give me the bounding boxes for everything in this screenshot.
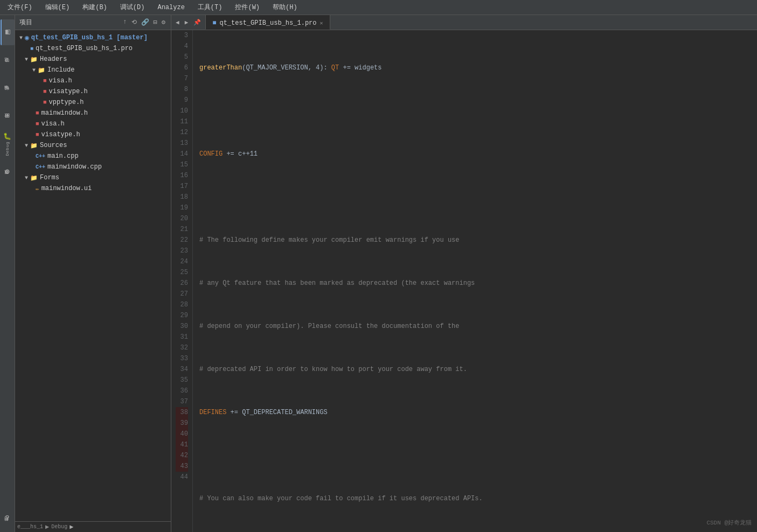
tree-label-vpptype-h: vpptype.h — [49, 99, 84, 106]
tree-label-root: qt_test_GPIB_usb_hs_1 [master] — [31, 34, 148, 41]
sidebar-item-edit[interactable]: ✎ 编辑 — [1, 75, 15, 101]
sidebar-item-debug[interactable]: 🐛 Debug — [1, 131, 15, 157]
tree-item-visatype-h2[interactable]: ■ visatype.h — [15, 129, 171, 140]
menu-item-edit[interactable]: 编辑(E) — [42, 2, 73, 13]
visa-h2-icon: ■ — [36, 121, 39, 127]
tree-item-visa-h2[interactable]: ■ visa.h — [15, 118, 171, 129]
menu-item-tools[interactable]: 工具(T) — [195, 2, 226, 13]
project-icon: ◧ — [5, 27, 10, 36]
sidebar-item-project[interactable]: ◧ 项目 — [1, 19, 15, 45]
menu-item-build[interactable]: 构建(B) — [79, 2, 110, 13]
file-tree-header: 项目 ↑ ⟲ 🔗 ⊟ ⚙ — [15, 15, 171, 30]
headers-folder-icon: 📁 — [30, 56, 38, 63]
sidebar-label-design: 设计 — [4, 121, 10, 122]
tree-item-forms[interactable]: ▼ 📁 Forms — [15, 172, 171, 183]
code-content[interactable]: greaterThan(QT_MAJOR_VERSION, 4): QT += … — [193, 30, 757, 532]
run-button[interactable]: ▶ — [45, 523, 49, 531]
tree-item-visatype-h-include[interactable]: ■ visatype.h — [15, 86, 171, 97]
menu-item-help[interactable]: 帮助(H) — [269, 2, 301, 13]
code-line-12 — [199, 450, 751, 461]
main-cpp-icon: C++ — [36, 153, 45, 159]
tree-item-mainwindow-ui[interactable]: ✏ mainwindow.ui — [15, 183, 171, 194]
sidebar-item-projects[interactable]: ⚙ 项目 — [1, 159, 15, 185]
tree-label-visa-h-include: visa.h — [49, 77, 72, 85]
tree-item-pro[interactable]: ■ qt_test_GPIB_usb_hs_1.pro — [15, 43, 171, 54]
tree-item-headers[interactable]: ▼ 📁 Headers — [15, 54, 171, 65]
tree-item-sources[interactable]: ▼ 📁 Sources — [15, 140, 171, 151]
header-h-icon: ■ — [43, 78, 47, 84]
code-line-7: # The following define makes your compil… — [199, 235, 751, 246]
tab-pin[interactable]: 📌 — [191, 18, 203, 27]
tab-navigation: ◀ ▶ 📌 — [171, 15, 205, 30]
tree-arrow-sources: ▼ — [23, 143, 30, 149]
tree-label-visatype-h2: visatype.h — [41, 131, 80, 138]
edit-icon: ✎ — [5, 83, 9, 92]
tree-label-sources: Sources — [40, 142, 67, 149]
tree-item-mainwindow-cpp[interactable]: C++ mainwindow.cpp — [15, 162, 171, 172]
link-action[interactable]: 🔗 — [140, 17, 150, 27]
sync-action[interactable]: ⟲ — [130, 17, 138, 27]
code-line-11: DEFINES += QT_DEPRECATED_WARNINGS — [199, 407, 751, 418]
sidebar-label-welcome: 欢迎 — [4, 65, 10, 66]
file-tree-panel: 项目 ↑ ⟲ 🔗 ⊟ ⚙ ▼ ◉ qt_test_GPIB_usb_hs_1 [… — [15, 15, 171, 532]
project-folder-icon: ◉ — [25, 33, 29, 42]
collapse-action[interactable]: ⊟ — [152, 17, 158, 27]
tab-nav-left[interactable]: ◀ — [173, 18, 182, 27]
code-line-5: CONFIG += c++11 — [199, 149, 751, 159]
code-editor[interactable]: 3 4 5 6 7 8 9 10 11 12 13 14 15 16 17 18 — [171, 30, 757, 532]
code-line-9: # depend on your compiler). Please consu… — [199, 321, 751, 332]
sidebar-item-welcome[interactable]: ⌂ 欢迎 — [1, 47, 15, 73]
menu-item-debug[interactable]: 调试(D) — [117, 2, 148, 13]
tree-label-headers: Headers — [40, 55, 67, 63]
tree-arrow-headers: ▼ — [23, 57, 30, 62]
code-line-4 — [199, 106, 751, 116]
sidebar-label-edit: 编辑 — [4, 93, 10, 94]
side-panel: ◧ 项目 ⌂ 欢迎 ✎ 编辑 ⊞ 设计 🐛 Debug ⚙ 项目 — [0, 15, 15, 532]
tab-bar: ◀ ▶ 📌 ■ qt_test_GPIB_usb_hs_1.pro ✕ — [171, 15, 757, 30]
filter-action[interactable]: ↑ — [122, 17, 128, 27]
tree-item-root[interactable]: ▼ ◉ qt_test_GPIB_usb_hs_1 [master] — [15, 32, 171, 43]
settings-action[interactable]: ⚙ — [161, 17, 166, 27]
mainwindow-ui-icon: ✏ — [36, 185, 39, 192]
tree-label-pro: qt_test_GPIB_usb_hs_1.pro — [36, 45, 133, 52]
tab-label: qt_test_GPIB_usb_hs_1.pro — [219, 19, 316, 27]
pro-file-icon: ■ — [30, 46, 33, 52]
tab-close-button[interactable]: ✕ — [320, 20, 323, 26]
tree-label-mainwindow-h: mainwindow.h — [41, 109, 88, 117]
tree-label-main-cpp: main.cpp — [47, 152, 79, 160]
tree-item-main-cpp[interactable]: C++ main.cpp — [15, 151, 171, 162]
editor-area: ◀ ▶ 📌 ■ qt_test_GPIB_usb_hs_1.pro ✕ 3 4 … — [171, 15, 757, 532]
tree-item-mainwindow-h[interactable]: ■ mainwindow.h — [15, 108, 171, 118]
code-line-6 — [199, 192, 751, 202]
projects-icon: ⚙ — [5, 167, 9, 176]
welcome-icon: ⌂ — [5, 55, 9, 64]
file-tree-content: ▼ ◉ qt_test_GPIB_usb_hs_1 [master] ■ qt_… — [15, 30, 171, 521]
code-line-3: greaterThan(QT_MAJOR_VERSION, 4): QT += … — [199, 62, 751, 73]
forms-folder-icon: 📁 — [30, 174, 38, 181]
tab-pro-file[interactable]: ■ qt_test_GPIB_usb_hs_1.pro ✕ — [205, 15, 330, 30]
menu-bar: 文件(F) 编辑(E) 构建(B) 调试(D) Analyze 工具(T) 控件… — [0, 0, 757, 15]
run-debug-button[interactable]: ▶ — [70, 523, 73, 531]
code-line-8: # any Qt feature that has been marked as… — [199, 278, 751, 289]
project-status-label: e___hs_1 — [17, 524, 43, 530]
tree-label-visa-h2: visa.h — [41, 120, 65, 128]
code-line-13: # You can also make your code fail to co… — [199, 493, 751, 504]
design-icon: ⊞ — [5, 111, 9, 120]
tree-item-vpptype-h[interactable]: ■ vpptype.h — [15, 97, 171, 108]
vpptype-h-icon: ■ — [43, 99, 47, 106]
tab-nav-right[interactable]: ▶ — [183, 18, 191, 27]
file-tree-actions: ↑ ⟲ 🔗 ⊟ ⚙ — [122, 17, 166, 27]
sidebar-label-projects: 项目 — [4, 177, 10, 178]
watermark: CSDN @好奇龙猫 — [706, 519, 752, 527]
mainwindow-cpp-icon: C++ — [36, 164, 45, 170]
tree-item-include[interactable]: ▼ 📁 Include — [15, 65, 171, 75]
sidebar-item-help[interactable]: ? 帮助 — [1, 506, 15, 532]
line-numbers: 3 4 5 6 7 8 9 10 11 12 13 14 15 16 17 18 — [171, 30, 193, 532]
tree-label-mainwindow-cpp: mainwindow.cpp — [47, 163, 102, 171]
tree-item-visa-h-include[interactable]: ■ visa.h — [15, 75, 171, 86]
menu-item-control[interactable]: 控件(W) — [232, 2, 263, 13]
menu-item-file[interactable]: 文件(F) — [4, 2, 36, 13]
menu-item-analyze[interactable]: Analyze — [154, 3, 187, 12]
file-tree-title: 项目 — [19, 18, 32, 27]
sidebar-item-design[interactable]: ⊞ 设计 — [1, 103, 15, 129]
